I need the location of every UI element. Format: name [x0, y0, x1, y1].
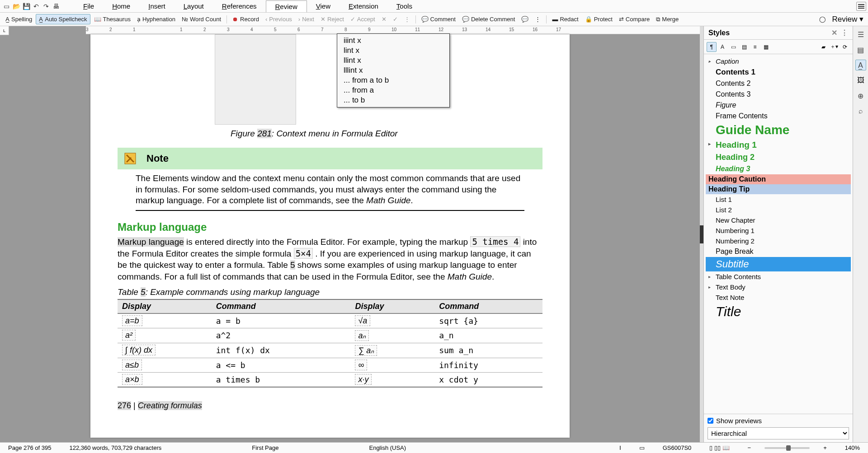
menu-references[interactable]: References: [213, 0, 266, 12]
next-button[interactable]: ›Next: [296, 14, 317, 24]
ctx-item[interactable]: iiint x: [337, 36, 449, 46]
style-item[interactable]: Figure: [706, 100, 851, 111]
style-item[interactable]: Heading Caution: [706, 174, 851, 184]
style-item[interactable]: Contents 2: [706, 78, 851, 89]
comment-options-icon[interactable]: ⋮: [532, 14, 543, 24]
style-item[interactable]: Contents 1: [706, 66, 851, 78]
expander-icon[interactable]: ▸: [708, 274, 711, 279]
menu-tools[interactable]: Tools: [387, 0, 421, 12]
navigator-icon[interactable]: ⊕: [855, 90, 866, 101]
help-icon[interactable]: ◯: [816, 14, 829, 24]
hyphenation-button[interactable]: ạHyphenation: [134, 14, 178, 24]
inspector-icon[interactable]: ⌕: [855, 106, 866, 117]
paragraph-styles-icon[interactable]: ¶: [707, 42, 717, 52]
status-insert-mode-icon[interactable]: Ⅰ: [615, 444, 626, 451]
status-page[interactable]: Page 276 of 395: [4, 444, 56, 451]
document-page[interactable]: iiint xlint xllint xlllint x... from a t…: [90, 34, 570, 438]
accept-button[interactable]: ✓Accept: [348, 14, 378, 24]
style-item[interactable]: ▸Text Body: [706, 282, 851, 292]
properties-icon[interactable]: ☰: [855, 29, 866, 40]
word-count-button[interactable]: №Word Count: [179, 14, 224, 24]
style-item[interactable]: Page Break: [706, 246, 851, 257]
new-icon[interactable]: ▭: [2, 2, 11, 11]
reject-button[interactable]: ✕Reject: [318, 14, 347, 24]
undo-icon[interactable]: ↶: [32, 2, 41, 11]
page-deck-icon[interactable]: ▤: [855, 44, 866, 55]
record-button[interactable]: ⏺Record: [230, 14, 262, 24]
menu-overflow-icon[interactable]: [856, 2, 866, 11]
ctx-item[interactable]: llint x: [337, 56, 449, 65]
status-words[interactable]: 122,360 words, 703,729 characters: [65, 444, 166, 451]
menu-view[interactable]: View: [307, 0, 340, 12]
style-item[interactable]: Heading Tip: [706, 184, 851, 194]
print-icon[interactable]: 🖶: [52, 2, 61, 11]
status-selection-icon[interactable]: ▭: [635, 444, 649, 451]
ctx-item[interactable]: lllint x: [337, 65, 449, 75]
style-item[interactable]: Heading 2: [706, 151, 851, 163]
style-item[interactable]: Guide Name: [706, 121, 851, 139]
status-language[interactable]: English (USA): [364, 444, 410, 451]
spelling-button[interactable]: A̲Spelling: [3, 14, 35, 24]
open-icon[interactable]: 📂: [12, 2, 21, 11]
zoom-slider[interactable]: [764, 447, 810, 449]
panel-menu-icon[interactable]: ⋮: [841, 28, 848, 37]
zoom-value[interactable]: 140%: [840, 444, 864, 451]
style-item[interactable]: List 1: [706, 194, 851, 205]
view-layout-icons[interactable]: ▯ ▯▯ 📖: [705, 444, 734, 451]
update-style-icon[interactable]: ⟳: [840, 42, 850, 52]
menu-insert[interactable]: Insert: [139, 0, 175, 12]
style-item[interactable]: Numbering 2: [706, 236, 851, 246]
show-previews-checkbox[interactable]: Show previews: [708, 417, 849, 425]
menu-file[interactable]: File: [74, 0, 103, 12]
style-item[interactable]: Frame Contents: [706, 111, 851, 121]
reject-all-icon[interactable]: ✕: [379, 14, 389, 24]
protect-button[interactable]: 🔒Protect: [582, 14, 615, 24]
thesaurus-button[interactable]: 📖Thesaurus: [91, 14, 133, 24]
ctx-item[interactable]: ... to b: [337, 95, 449, 105]
style-item[interactable]: Subtitle: [706, 257, 851, 271]
menu-home[interactable]: Home: [103, 0, 139, 12]
expander-icon[interactable]: ▸: [708, 141, 711, 146]
merge-button[interactable]: ⧉Merge: [653, 14, 681, 24]
expander-icon[interactable]: ▸: [708, 285, 711, 290]
comment-nav-icon[interactable]: 💬: [519, 14, 531, 24]
style-item[interactable]: New Chapter: [706, 215, 851, 225]
character-styles-icon[interactable]: A: [717, 42, 727, 52]
style-item[interactable]: ▸Table Contents: [706, 271, 851, 282]
redact-button[interactable]: ▬Redact: [549, 14, 581, 24]
style-item[interactable]: List 2: [706, 205, 851, 215]
redo-icon[interactable]: ↷: [42, 2, 51, 11]
frame-styles-icon[interactable]: ▭: [728, 42, 738, 52]
auto-spellcheck-button[interactable]: A̲Auto Spellcheck: [36, 14, 90, 24]
ctx-item[interactable]: ... from a: [337, 85, 449, 95]
style-item[interactable]: ▸Caption: [706, 56, 851, 66]
comment-button[interactable]: 💬Comment: [419, 14, 458, 24]
delete-comment-button[interactable]: 💬Delete Comment: [459, 14, 518, 24]
style-item[interactable]: Contents 3: [706, 89, 851, 100]
styles-list[interactable]: ▸CaptionContents 1Contents 2Contents 3Fi…: [704, 54, 853, 414]
track-options-icon[interactable]: ⋮: [401, 14, 413, 24]
menu-extension[interactable]: Extension: [340, 0, 387, 12]
menu-review[interactable]: Review: [266, 0, 307, 12]
style-filter-select[interactable]: Hierarchical: [708, 427, 849, 439]
style-item[interactable]: Numbering 1: [706, 225, 851, 236]
compare-button[interactable]: ⇄Compare: [616, 14, 652, 24]
gallery-icon[interactable]: 🖼: [855, 75, 866, 86]
zoom-in-icon[interactable]: +: [819, 444, 831, 451]
close-panel-icon[interactable]: ✕: [831, 28, 837, 37]
accept-all-icon[interactable]: ✓: [390, 14, 401, 24]
new-style-icon[interactable]: ＋▾: [829, 42, 839, 52]
status-page-style[interactable]: First Page: [247, 444, 283, 451]
ctx-item[interactable]: ... from a to b: [337, 75, 449, 85]
save-icon[interactable]: 💾: [22, 2, 31, 11]
fill-format-icon[interactable]: ▰: [818, 42, 828, 52]
styles-deck-icon[interactable]: A̲: [855, 60, 866, 70]
page-styles-icon[interactable]: ▤: [739, 42, 749, 52]
style-item[interactable]: Text Note: [706, 292, 851, 303]
menu-layout[interactable]: Layout: [175, 0, 213, 12]
table-styles-icon[interactable]: ▦: [761, 42, 771, 52]
list-styles-icon[interactable]: ≡: [750, 42, 760, 52]
style-item[interactable]: Heading 3: [706, 163, 851, 174]
review-tab-label[interactable]: Review ▾: [830, 14, 865, 25]
expander-icon[interactable]: ▸: [708, 59, 711, 64]
